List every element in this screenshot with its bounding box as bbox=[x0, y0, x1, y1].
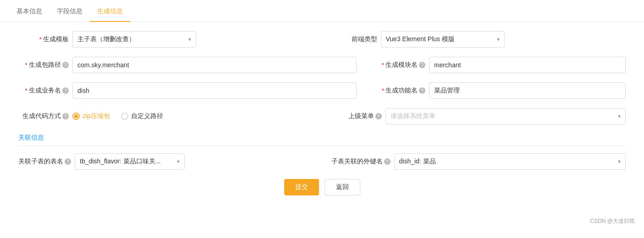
help-icon: ? bbox=[65, 158, 71, 165]
form-row-1: * 生成模板 主子表（增删改查） ▾ 前端类型 Vue3 Element Plu… bbox=[18, 31, 626, 48]
form-group-related-table: 关联子表的表名 ? tb_dish_flavor: 菜品口味关... ▾ bbox=[18, 153, 313, 170]
form-group-module-name: * 生成模块名 ? bbox=[375, 57, 626, 73]
radio-circle-custom bbox=[121, 113, 128, 120]
select-frontend-type[interactable]: Vue3 Element Plus 模版 ▾ bbox=[381, 31, 505, 48]
select-parent-menu[interactable]: 请选择系统菜单 ▾ bbox=[385, 108, 626, 124]
select-related-table[interactable]: tb_dish_flavor: 菜品口味关... ▾ bbox=[75, 153, 185, 170]
help-icon: ? bbox=[419, 62, 425, 68]
cancel-button[interactable]: 返回 bbox=[325, 179, 360, 195]
label-frontend-type: 前端类型 bbox=[331, 35, 377, 43]
help-icon: ? bbox=[62, 87, 69, 94]
chevron-down-icon: ▾ bbox=[497, 36, 500, 43]
label-module-name: * 生成模块名 ? bbox=[375, 61, 425, 69]
form-row-3: * 生成业务名 ? * 生成功能名 ? bbox=[18, 82, 626, 99]
tab-generate-info[interactable]: 生成信息 bbox=[90, 0, 130, 22]
select-template[interactable]: 主子表（增删改查） ▾ bbox=[72, 31, 196, 48]
form-group-function-name: * 生成功能名 ? bbox=[375, 82, 626, 99]
section-related-info: 关联信息 bbox=[18, 134, 626, 146]
page-footer: CSDN @大道归简 bbox=[0, 214, 644, 229]
help-icon: ? bbox=[375, 113, 382, 119]
label-code-mode: 生成代码方式 ? bbox=[18, 112, 69, 120]
radio-zip[interactable]: zip压缩包 bbox=[72, 112, 110, 120]
select-foreign-key[interactable]: dish_id: 菜品 ▾ bbox=[394, 153, 626, 170]
chevron-down-icon: ▾ bbox=[177, 158, 180, 165]
label-package-path: * 生成包路径 ? bbox=[18, 61, 69, 69]
help-icon: ? bbox=[384, 158, 391, 165]
help-icon: ? bbox=[62, 113, 69, 119]
form-group-code-mode: 生成代码方式 ? zip压缩包 自定义路径 bbox=[18, 112, 313, 120]
form-group-business-name: * 生成业务名 ? bbox=[18, 82, 357, 99]
form-group-foreign-key: 子表关联的外键名 ? dish_id: 菜品 ▾ bbox=[331, 153, 626, 170]
label-foreign-key: 子表关联的外键名 ? bbox=[331, 157, 391, 166]
help-icon: ? bbox=[62, 62, 69, 68]
form-row-5: 关联子表的表名 ? tb_dish_flavor: 菜品口味关... ▾ 子表关… bbox=[18, 153, 626, 170]
label-parent-menu: 上级菜单 ? bbox=[331, 112, 382, 120]
chevron-down-icon: ▾ bbox=[188, 36, 191, 43]
help-icon: ? bbox=[419, 87, 425, 94]
radio-label-zip: zip压缩包 bbox=[83, 112, 110, 120]
form-group-package-path: * 生成包路径 ? bbox=[18, 57, 357, 73]
radio-label-custom: 自定义路径 bbox=[131, 112, 163, 120]
label-business-name: * 生成业务名 ? bbox=[18, 87, 69, 95]
radio-group-code-mode: zip压缩包 自定义路径 bbox=[72, 112, 163, 120]
submit-button[interactable]: 提交 bbox=[284, 179, 319, 195]
tabs: 基本信息 字段信息 生成信息 bbox=[0, 0, 644, 22]
input-module-name[interactable] bbox=[429, 57, 626, 73]
button-row: 提交 返回 bbox=[18, 179, 626, 195]
form-row-2: * 生成包路径 ? * 生成模块名 ? bbox=[18, 57, 626, 73]
label-function-name: * 生成功能名 ? bbox=[375, 87, 425, 95]
tab-basic-info[interactable]: 基本信息 bbox=[9, 0, 50, 22]
form-row-4: 生成代码方式 ? zip压缩包 自定义路径 上级菜单 ? 请选择系统菜单 bbox=[18, 108, 626, 124]
form-group-template: * 生成模板 主子表（增删改查） ▾ bbox=[18, 31, 313, 48]
form-area: * 生成模板 主子表（增删改查） ▾ 前端类型 Vue3 Element Plu… bbox=[0, 22, 644, 214]
input-business-name[interactable] bbox=[72, 82, 357, 99]
chevron-down-icon: ▾ bbox=[618, 158, 621, 165]
radio-circle-zip bbox=[72, 113, 80, 120]
chevron-down-icon: ▾ bbox=[618, 113, 621, 119]
tab-field-info[interactable]: 字段信息 bbox=[50, 0, 90, 22]
input-function-name[interactable] bbox=[429, 82, 626, 99]
label-related-table: 关联子表的表名 ? bbox=[18, 157, 71, 166]
radio-custom-path[interactable]: 自定义路径 bbox=[121, 112, 163, 120]
form-group-parent-menu: 上级菜单 ? 请选择系统菜单 ▾ bbox=[331, 108, 626, 124]
label-template: * 生成模板 bbox=[18, 35, 69, 43]
form-group-frontend-type: 前端类型 Vue3 Element Plus 模版 ▾ bbox=[331, 31, 626, 48]
input-package-path[interactable] bbox=[72, 57, 357, 73]
